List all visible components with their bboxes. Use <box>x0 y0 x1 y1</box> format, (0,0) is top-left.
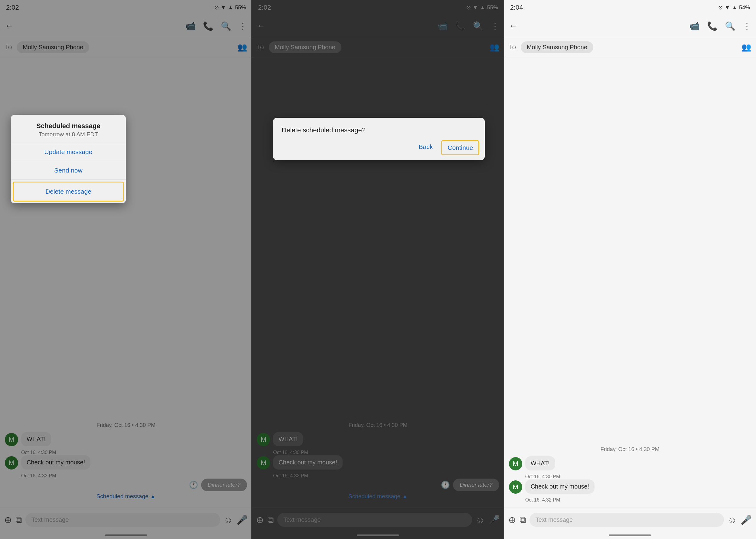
dialog2-back-button[interactable]: Back <box>414 140 438 155</box>
message-row-3a: M WHAT! <box>509 456 751 470</box>
mic-icon-3[interactable]: 🎤 <box>741 514 752 525</box>
date-divider-3: Friday, Oct 16 • 4:30 PM <box>509 446 751 453</box>
add-recipient-icon-3[interactable]: 👥 <box>741 42 751 52</box>
bottom-right-icons-3: ☺ 🎤 <box>727 514 752 525</box>
avatar-3a: M <box>509 457 522 470</box>
status-bar-3: 2:04 ⊙ ▼ ▲ 54% <box>504 0 756 15</box>
dialog-divider-1c <box>11 180 126 180</box>
screen-3: 2:04 ⊙ ▼ ▲ 54% ← 📹 📞 🔍 ⋮ To Molly Samsun… <box>504 0 756 539</box>
status-icons-3: ⊙ ▼ ▲ 54% <box>718 4 750 11</box>
avatar-3b: M <box>509 480 522 494</box>
chat-area-3: Friday, Oct 16 • 4:30 PM M WHAT! Oct 16,… <box>504 57 756 507</box>
dialog-1: Scheduled message Tomorrow at 8 AM EDT U… <box>11 115 126 203</box>
modal-overlay-2 <box>252 0 504 539</box>
home-indicator-3 <box>504 532 756 539</box>
dialog-title-1: Scheduled message <box>11 115 126 131</box>
home-bar-3 <box>609 534 651 536</box>
cell-icon-3: ▲ <box>732 5 737 11</box>
signal-icon-3: ⊙ <box>718 4 723 11</box>
bottom-bar-3: ⊕ ⧉ Text message ☺ 🎤 <box>504 507 756 532</box>
emoji-icon-3[interactable]: ☺ <box>727 515 737 525</box>
bubble-3a: WHAT! <box>525 456 555 470</box>
bubble-time-3a: Oct 16, 4:30 PM <box>509 474 751 480</box>
status-time-3: 2:04 <box>510 4 523 12</box>
screens-container: 2:02 ⊙ ▼ ▲ 55% ← 📹 📞 🔍 ⋮ To Molly Samsun… <box>0 0 756 539</box>
message-row-3b: M Check out my mouse! <box>509 480 751 494</box>
dialog-2: Delete scheduled message? Back Continue <box>273 118 485 160</box>
modal-overlay-1 <box>0 0 252 539</box>
video-icon-3[interactable]: 📹 <box>689 21 700 31</box>
more-icon-3[interactable]: ⋮ <box>743 21 751 31</box>
back-button-3[interactable]: ← <box>509 21 518 31</box>
to-field-3: To Molly Samsung Phone 👥 <box>504 37 756 57</box>
phone-icon-3[interactable]: 📞 <box>707 21 717 31</box>
add-icon-3[interactable]: ⊕ <box>508 514 516 525</box>
battery-icon-3: 54% <box>739 5 750 11</box>
dialog2-actions: Back Continue <box>273 137 485 160</box>
top-bar-actions-3: 📹 📞 🔍 ⋮ <box>689 21 751 31</box>
dialog-action-delete[interactable]: Delete message <box>13 182 124 201</box>
attachment-icon-3[interactable]: ⧉ <box>520 514 526 525</box>
top-bar-3: ← 📹 📞 🔍 ⋮ <box>504 15 756 37</box>
bubble-3b: Check out my mouse! <box>525 480 595 494</box>
dialog-action-send[interactable]: Send now <box>11 161 126 180</box>
wifi-icon-3: ▼ <box>724 5 730 11</box>
screen-1: 2:02 ⊙ ▼ ▲ 55% ← 📹 📞 🔍 ⋮ To Molly Samsun… <box>0 0 252 539</box>
dialog2-continue-button[interactable]: Continue <box>441 140 479 155</box>
dialog-subtitle-1: Tomorrow at 8 AM EDT <box>11 131 126 143</box>
screen-2: 2:02 ⊙ ▼ ▲ 55% ← 📹 📞 🔍 ⋮ To Molly Samsun… <box>252 0 504 539</box>
to-label-3: To <box>509 43 516 51</box>
dialog-action-update[interactable]: Update message <box>11 143 126 161</box>
search-icon-3[interactable]: 🔍 <box>725 21 735 31</box>
dialog2-question: Delete scheduled message? <box>282 126 366 134</box>
text-input-3[interactable]: Text message <box>529 513 724 527</box>
bubble-time-3b: Oct 16, 4:32 PM <box>509 497 751 503</box>
dialog2-body: Delete scheduled message? <box>273 118 485 137</box>
recipient-chip-3[interactable]: Molly Samsung Phone <box>521 41 593 53</box>
